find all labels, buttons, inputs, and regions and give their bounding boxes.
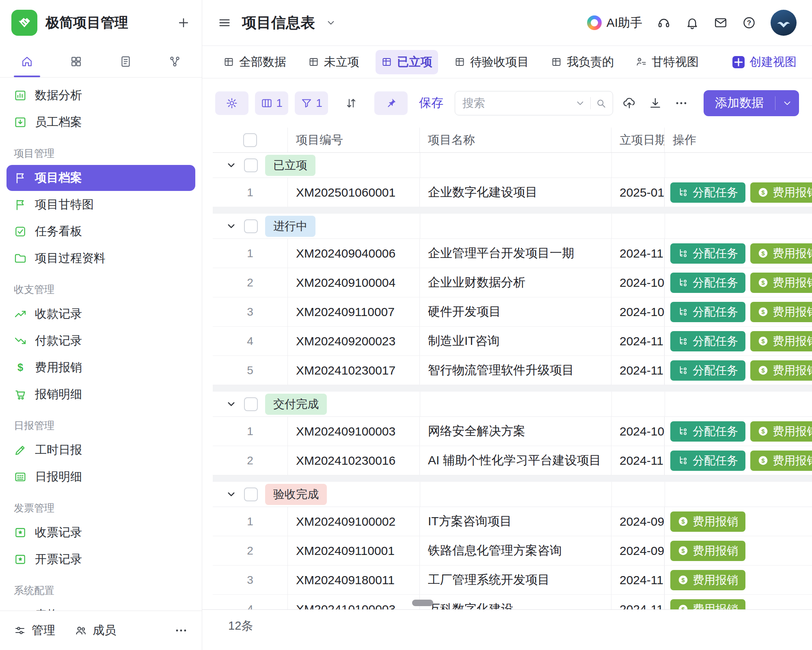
table-row[interactable]: 1XM202409100002IT方案咨询项目2024-09$费用报销 [213,507,812,536]
expense-claim-button[interactable]: $费用报销 [750,451,812,471]
assign-task-button[interactable]: 分配任务 [670,243,745,264]
assign-task-button[interactable]: 分配任务 [670,451,745,471]
table-row[interactable]: 4XM202409200023制造业IT咨询2024-11分配任务$费用报销 [213,327,812,356]
horizontal-scrollbar-thumb[interactable] [412,600,433,606]
project-code-cell: XM202409200023 [288,327,420,355]
sidebar-item-receipt-records[interactable]: 收款记录 [6,301,195,327]
collapse-group-icon[interactable] [226,160,237,171]
sidebar-item-invoice-issued[interactable]: 开票记录 [6,546,195,572]
sidebar-tab-flows[interactable] [150,46,199,77]
support-headset-icon[interactable] [657,16,671,30]
group-checkbox[interactable] [244,219,258,233]
row-number: 3 [213,297,288,326]
help-icon[interactable]: ? [742,16,756,30]
table-row[interactable]: 2XM202409110001铁路信息化管理方案咨询2024-09$费用报销 [213,536,812,566]
funnel-icon [300,97,313,109]
import-upload-icon[interactable] [622,96,636,110]
expense-claim-button[interactable]: $费用报销 [750,243,812,264]
expense-claim-button[interactable]: $费用报销 [750,360,812,381]
download-icon[interactable] [648,96,662,110]
table-row[interactable]: 1XM202501060001企业数字化建设项目2025-01分配任务$费用报销 [213,178,812,207]
add-data-caret[interactable] [775,98,799,108]
members-button[interactable]: 成员 [75,622,116,639]
sidebar-item-expense-details[interactable]: 报销明细 [6,381,195,407]
expense-claim-button[interactable]: $费用报销 [750,421,812,442]
group-checkbox[interactable] [244,158,258,172]
notifications-bell-icon[interactable] [685,16,699,30]
view-tab-mine[interactable]: 我负责的 [545,50,620,74]
user-avatar[interactable] [771,10,797,36]
sidebar-item-project-gantt[interactable]: 项目甘特图 [6,192,195,218]
search-icon[interactable] [596,98,606,108]
search-scope-chevron-icon[interactable] [575,98,585,108]
search-input[interactable] [462,96,570,110]
expense-claim-button[interactable]: $费用报销 [670,570,745,590]
expense-claim-button[interactable]: $费用报销 [750,302,812,322]
filter-button[interactable]: 1 [295,91,328,115]
pin-button[interactable] [374,91,408,115]
expense-claim-button[interactable]: $费用报销 [750,182,812,203]
view-tab-pending-acceptance[interactable]: 待验收项目 [449,50,535,74]
select-all-checkbox[interactable] [243,133,257,147]
sidebar-item-payment-records[interactable]: 付款记录 [6,328,195,354]
manage-button[interactable]: 管理 [14,622,55,639]
fields-config-button[interactable]: 1 [255,91,288,115]
expense-claim-button[interactable]: $费用报销 [670,511,745,532]
save-button[interactable]: 保存 [419,95,443,111]
assign-task-button[interactable]: 分配任务 [670,421,745,442]
sidebar-tab-grid[interactable] [52,46,101,77]
add-workspace-icon[interactable] [177,16,190,30]
collapse-group-icon[interactable] [226,221,237,232]
sidebar-item-work-hours-daily[interactable]: 工时日报 [6,437,195,463]
expense-claim-button[interactable]: $费用报销 [670,541,745,561]
hamburger-menu-icon[interactable] [218,16,231,30]
sidebar-tab-docs[interactable] [101,46,150,77]
app-logo [11,10,37,36]
sidebar-item-label: 费用报销 [35,360,82,376]
add-data-button[interactable]: 添加数据 [704,90,799,116]
title-chevron-down-icon[interactable] [326,17,336,28]
assign-task-button[interactable]: 分配任务 [670,302,745,322]
table-row[interactable]: 5XM202410230017智行物流管理软件升级项目2024-11分配任务$费… [213,356,812,385]
group-empty-cell [420,214,611,238]
view-tab-all-data[interactable]: 全部数据 [218,50,292,74]
assign-task-button[interactable]: 分配任务 [670,360,745,381]
sidebar-item-data-analysis[interactable]: 数据分析 [6,82,195,108]
collapse-group-icon[interactable] [226,399,237,410]
table-row[interactable]: 3XM202409180011工厂管理系统开发项目2024-11$费用报销 [213,566,812,595]
create-view-button[interactable]: 创建视图 [732,54,797,70]
ai-assistant-button[interactable]: AI助手 [587,15,642,31]
group-checkbox[interactable] [244,488,258,501]
table-row[interactable]: 2XM202409100004企业业财数据分析2024-10分配任务$费用报销 [213,268,812,297]
expense-claim-button[interactable]: $费用报销 [750,331,812,351]
view-tab-initiated[interactable]: 已立项 [376,50,438,74]
data-table: 项目编号 项目名称 立项日期 操作 已立项1XM202501060001企业数字… [202,128,812,650]
table-row[interactable]: 2XM202410230016AI 辅助个性化学习平台建设项目2024-11分配… [213,446,812,475]
sort-button[interactable] [335,91,368,115]
expense-claim-button[interactable]: $费用报销 [750,273,812,293]
assign-task-button[interactable]: 分配任务 [670,182,745,203]
table-row[interactable]: 1XM202409040006企业管理平台开发项目一期2024-11分配任务$费… [213,239,812,268]
toolbar-more-icon[interactable] [674,96,688,110]
table-row[interactable]: 3XM202409110007硬件开发项目2024-10分配任务$费用报销 [213,297,812,327]
sidebar-item-employee-files[interactable]: 员工档案 [6,109,195,135]
sidebar-item-daily-details[interactable]: 日报明细 [6,464,195,490]
assign-task-button[interactable]: 分配任务 [670,273,745,293]
sidebar-item-project-files[interactable]: 项目档案 [6,165,195,191]
sidebar-item-expense-claims[interactable]: $费用报销 [6,355,195,381]
view-tab-not-initiated[interactable]: 未立项 [302,50,365,74]
group-header-row: 验收完成 [213,482,812,507]
app-root: 极简项目管理 数据分析员工档案项目管理项目档案项目甘特图任务看板项目过程资料收支… [0,0,812,650]
sidebar-item-project-process-docs[interactable]: 项目过程资料 [6,245,195,271]
view-settings-button[interactable] [215,91,248,115]
assign-task-button[interactable]: 分配任务 [670,331,745,351]
inbox-mail-icon[interactable] [714,16,728,30]
sidebar-item-invoice-received[interactable]: 收票记录 [6,520,195,546]
group-checkbox[interactable] [244,397,258,411]
sidebar-item-task-board[interactable]: 任务看板 [6,219,195,245]
view-tab-gantt-view[interactable]: 甘特视图 [630,50,704,74]
collapse-group-icon[interactable] [226,489,237,500]
sidebar-tab-home[interactable] [2,46,52,77]
table-row[interactable]: 1XM202409100003网络安全解决方案2024-10分配任务$费用报销 [213,417,812,446]
more-icon[interactable] [174,624,188,637]
